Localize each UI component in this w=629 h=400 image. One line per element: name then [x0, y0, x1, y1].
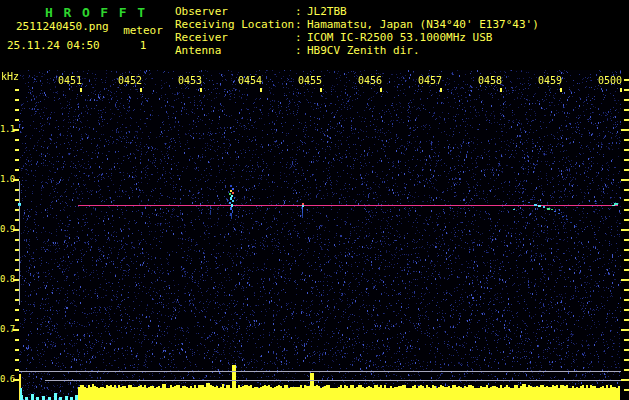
y-axis-minor-tick-left — [15, 159, 19, 161]
meteor-echo-pixel — [522, 201, 524, 202]
y-axis-minor-tick-left — [15, 349, 19, 351]
info-colon: : — [295, 32, 307, 43]
y-axis-minor-tick-right — [624, 369, 629, 371]
y-axis-minor-tick-right — [624, 99, 629, 101]
carrier-frequency-line — [78, 205, 618, 206]
y-axis-minor-tick-right — [624, 159, 629, 161]
y-axis-label-0.9: 0.9 — [0, 225, 14, 234]
info-colon: : — [295, 45, 307, 56]
hrofft-screenshot: H R O F F T 2511240450.png meteor 25.11.… — [0, 0, 629, 400]
meteor-echo-pixel — [575, 226, 577, 227]
meteor-echo-pixel — [534, 204, 537, 206]
y-axis-minor-tick-left — [15, 99, 19, 101]
meteor-echo-pixel — [554, 211, 556, 212]
x-axis-label-0459: 0459 — [536, 76, 564, 86]
meteor-echo-pixel — [302, 216, 303, 218]
y-axis-minor-tick-right — [624, 89, 629, 91]
y-axis-minor-tick-right — [624, 209, 629, 211]
y-axis-major-tick-left — [13, 129, 19, 131]
meteor-echo-pixel — [612, 205, 615, 206]
threshold-line — [45, 380, 621, 381]
meteor-echo-pixel — [562, 216, 564, 217]
y-axis-minor-tick-left — [15, 139, 19, 141]
x-axis-label-0452: 0452 — [116, 76, 144, 86]
y-axis-minor-tick-right — [624, 389, 629, 391]
y-axis-minor-tick-right — [624, 169, 629, 171]
y-axis-major-tick-right — [621, 279, 629, 281]
y-axis-minor-tick-right — [624, 139, 629, 141]
meteor-echo-pixel — [232, 188, 234, 190]
info-label: Receiver — [175, 32, 295, 43]
datetime-label: 25.11.24 04:50 — [7, 40, 100, 51]
y-axis-minor-tick-right — [624, 349, 629, 351]
y-axis-minor-tick-right — [624, 319, 629, 321]
x-axis-label-0458: 0458 — [476, 76, 504, 86]
y-axis-minor-tick-right — [624, 149, 629, 151]
threshold-line — [19, 371, 621, 372]
y-axis-major-tick-right — [621, 129, 629, 131]
x-axis-label-0455: 0455 — [296, 76, 324, 86]
meteor-echo-pixel — [566, 219, 568, 220]
info-colon: : — [295, 6, 307, 17]
y-axis-label-0.8: 0.8 — [0, 275, 14, 284]
info-label: Antenna — [175, 45, 295, 56]
y-axis-major-tick-right — [621, 179, 629, 181]
meteor-echo-pixel — [551, 209, 553, 210]
meteor-echo-pixel — [231, 216, 232, 219]
meteor-echo-pixel — [513, 209, 515, 210]
y-axis-label-1.0: 1.0 — [0, 175, 14, 184]
x-axis-tick — [260, 88, 262, 92]
y-axis-minor-tick-left — [15, 119, 19, 121]
y-axis-minor-tick-left — [15, 169, 19, 171]
output-filename: 2511240450.png — [16, 21, 109, 32]
y-axis-minor-tick-right — [624, 299, 629, 301]
x-axis-tick — [560, 88, 562, 92]
info-row-location: Receiving Location:Hamamatsu, Japan (N34… — [175, 19, 539, 30]
y-axis-label-0.6: 0.6 — [0, 375, 14, 384]
x-axis-tick — [320, 88, 322, 92]
y-axis-minor-tick-right — [624, 219, 629, 221]
y-axis-minor-tick-right — [624, 199, 629, 201]
y-axis-minor-tick-left — [15, 319, 19, 321]
x-axis-label-0456: 0456 — [356, 76, 384, 86]
y-axis-major-tick-left — [13, 329, 19, 331]
y-axis-minor-tick-left — [15, 359, 19, 361]
y-axis-minor-tick-right — [624, 289, 629, 291]
meteor-echo-pixel — [547, 208, 550, 210]
y-axis-major-tick-right — [621, 229, 629, 231]
y-axis-minor-tick-left — [15, 109, 19, 111]
meteor-echo-pixel — [227, 199, 228, 201]
y-axis-minor-tick-right — [624, 79, 629, 81]
y-axis-unit: kHz — [1, 72, 19, 82]
meteor-echo-pixel — [558, 213, 560, 214]
y-axis-minor-tick-right — [624, 249, 629, 251]
y-axis-minor-tick-left — [15, 149, 19, 151]
info-value: HB9CV Zenith dir. — [307, 45, 420, 56]
meteor-echo-pixel — [570, 222, 572, 223]
x-axis-tick — [380, 88, 382, 92]
y-axis-minor-tick-right — [624, 359, 629, 361]
y-axis-minor-tick-right — [624, 269, 629, 271]
y-axis-minor-tick-right — [624, 339, 629, 341]
x-axis-tick — [500, 88, 502, 92]
y-axis-minor-tick-left — [15, 339, 19, 341]
y-axis-minor-tick-right — [624, 259, 629, 261]
y-axis-minor-tick-right — [624, 239, 629, 241]
info-row-observer: Observer:JL2TBB — [175, 6, 347, 17]
x-axis-tick — [140, 88, 142, 92]
x-axis-tick — [80, 88, 82, 92]
x-axis-label-0451: 0451 — [56, 76, 84, 86]
y-axis-minor-tick-right — [624, 119, 629, 121]
info-row-receiver: Receiver:ICOM IC-R2500 53.1000MHz USB — [175, 32, 492, 43]
left-edge-scale-line — [19, 181, 20, 305]
meteor-echo-pixel — [230, 185, 232, 187]
x-axis-label-0457: 0457 — [416, 76, 444, 86]
spectrogram-canvas — [19, 70, 621, 400]
meteor-echo-pixel — [528, 202, 530, 203]
x-axis-label-0454: 0454 — [236, 76, 264, 86]
echo-count: 1 — [121, 40, 165, 51]
y-axis-label-1.1: 1.1 — [0, 125, 14, 134]
y-axis-major-tick-right — [621, 379, 629, 381]
meteor-echo-pixel — [543, 206, 545, 208]
x-axis-tick — [200, 88, 202, 92]
